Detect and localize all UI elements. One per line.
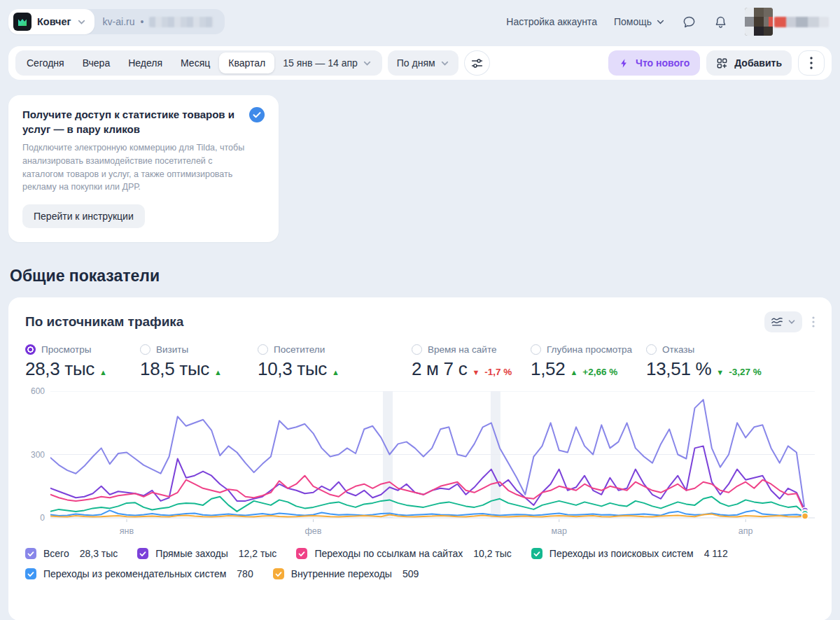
legend-value: 780	[237, 568, 253, 579]
chevron-down-icon	[363, 59, 372, 68]
legend-label: Переходы по ссылкам на сайтах	[314, 548, 463, 559]
user-menu[interactable]	[745, 8, 829, 36]
series-line[interactable]	[50, 446, 805, 510]
series-line[interactable]	[50, 476, 805, 513]
legend-value: 28,3 тыс	[80, 548, 118, 559]
trend-arrow-icon: ▲	[99, 368, 107, 376]
line-waves-icon	[771, 316, 783, 327]
legend-item-recommendation[interactable]: Переходы из рекомендательных систем 780	[25, 568, 253, 579]
checkbox-checked-icon	[531, 548, 542, 559]
metric-value: 2 м 7 с	[412, 358, 467, 380]
radio-icon	[531, 344, 541, 355]
legend-item-site-links[interactable]: Переходы по ссылкам на сайтах 10,2 тыс	[296, 548, 511, 559]
counter-domain: kv-ai.ru	[103, 16, 135, 27]
chevron-down-icon	[440, 59, 449, 68]
checkbox-checked-icon	[25, 568, 36, 579]
x-tick-label: янв	[120, 526, 134, 536]
trend-arrow-icon: ▲	[332, 368, 340, 376]
checkbox-checked-icon	[273, 568, 284, 579]
account-settings-link[interactable]: Настройка аккаунта	[506, 16, 597, 27]
check-circle-icon	[249, 107, 265, 122]
metric-depth[interactable]: Глубина просмотра 1,52 ▲ +2,66 %	[531, 344, 646, 380]
legend-value: 12,2 тыс	[239, 548, 277, 559]
period-quarter[interactable]: Квартал	[219, 52, 274, 73]
metric-label: Глубина просмотра	[547, 344, 632, 355]
top-header: Ковчег kv-ai.ru • Настройка аккаунта Пом…	[0, 0, 840, 42]
metric-time-on-site[interactable]: Время на сайте 2 м 7 с ▼ -1,7 %	[412, 344, 531, 380]
sliders-icon	[470, 57, 484, 70]
period-week[interactable]: Неделя	[119, 52, 172, 73]
trend-arrow-icon: ▼	[716, 368, 724, 376]
y-tick-label: 0	[40, 513, 45, 523]
legend-item-internal[interactable]: Внутренние переходы 509	[273, 568, 419, 579]
page-section-title: Общие показатели	[10, 267, 840, 286]
legend-value: 10,2 тыс	[473, 548, 512, 559]
legend-item-total[interactable]: Всего 28,3 тыс	[25, 548, 118, 559]
chevron-down-icon	[77, 17, 86, 27]
feedback-chat-icon[interactable]	[682, 15, 696, 29]
metric-value: 18,5 тыс	[140, 358, 209, 380]
toolbar-more-menu[interactable]	[798, 50, 825, 76]
ecommerce-promo-card: Получите доступ к статистике товаров и у…	[8, 95, 279, 242]
kebab-menu-icon	[810, 57, 813, 69]
counter-info[interactable]: kv-ai.ru •	[94, 16, 225, 27]
whats-new-label: Что нового	[636, 57, 690, 69]
trend-arrow-icon: ▲	[570, 368, 578, 376]
legend-value: 4 112	[704, 548, 728, 559]
period-month[interactable]: Месяц	[172, 52, 219, 73]
counter-id-redacted	[149, 17, 214, 27]
legend-label: Переходы из рекомендательных систем	[43, 568, 226, 579]
x-tick-label: фев	[305, 526, 322, 536]
metric-label: Посетители	[274, 344, 325, 355]
checkbox-checked-icon	[296, 548, 307, 559]
radio-selected-icon	[25, 344, 36, 355]
help-menu[interactable]: Помощь	[614, 16, 665, 27]
radio-icon	[646, 344, 657, 355]
legend-label: Прямые заходы	[155, 548, 227, 559]
line-chart[interactable]: 0300600 янвфевмарапр	[25, 391, 815, 540]
period-segmented-control: Сегодня Вчера Неделя Месяц Квартал 15 ян…	[15, 50, 382, 76]
widget-more-menu[interactable]	[812, 316, 815, 327]
legend-value: 509	[402, 568, 419, 579]
radio-icon	[258, 344, 268, 355]
traffic-sources-widget: По источникам трафика Просмотры 28,3 тыс…	[8, 297, 832, 620]
app-switcher-button[interactable]: Ковчег	[8, 9, 94, 34]
metric-delta: -3,27 %	[729, 367, 762, 377]
avatar	[745, 8, 773, 36]
promo-instruction-button[interactable]: Перейти к инструкции	[22, 204, 145, 228]
date-range-picker[interactable]: 15 янв — 14 апр	[274, 57, 380, 69]
whats-new-button[interactable]: Что нового	[608, 50, 700, 76]
counter-switcher: Ковчег kv-ai.ru •	[8, 9, 225, 34]
y-tick-label: 600	[31, 386, 45, 396]
checkbox-checked-icon	[137, 548, 148, 559]
app-logo-icon	[13, 13, 31, 31]
add-widget-button[interactable]: Добавить	[706, 50, 792, 76]
metric-label: Отказы	[662, 344, 694, 355]
series-line[interactable]	[50, 510, 805, 516]
metric-tabs: Просмотры 28,3 тыс ▲ Визиты 18,5 тыс ▲ П…	[25, 344, 815, 380]
metric-views[interactable]: Просмотры 28,3 тыс ▲	[25, 344, 140, 380]
metric-visits[interactable]: Визиты 18,5 тыс ▲	[140, 344, 258, 380]
x-tick-label: апр	[738, 526, 753, 536]
metric-delta: -1,7 %	[484, 367, 512, 377]
trend-arrow-icon: ▲	[214, 368, 222, 376]
period-today[interactable]: Сегодня	[18, 52, 74, 73]
series-endpoint-dot	[802, 513, 808, 519]
metric-value: 10,3 тыс	[258, 358, 327, 380]
chart-type-select[interactable]	[764, 311, 802, 332]
legend-item-search[interactable]: Переходы из поисковых систем 4 112	[531, 548, 728, 559]
metric-visitors[interactable]: Посетители 10,3 тыс ▲	[258, 344, 412, 380]
counter-separator: •	[141, 16, 144, 27]
chart-canvas[interactable]: янвфевмарапр	[50, 391, 815, 540]
segments-filter-button[interactable]	[464, 50, 490, 76]
chevron-down-icon	[656, 17, 665, 27]
trend-arrow-icon: ▼	[472, 368, 479, 376]
granularity-select[interactable]: По дням	[388, 50, 458, 76]
promo-title: Получите доступ к статистике товаров и у…	[22, 107, 242, 136]
notifications-bell-icon[interactable]	[713, 15, 728, 29]
legend-item-direct[interactable]: Прямые заходы 12,2 тыс	[137, 548, 276, 559]
metric-delta: +2,66 %	[582, 367, 617, 377]
metric-bounces[interactable]: Отказы 13,51 % ▼ -3,27 %	[646, 344, 762, 380]
radio-icon	[140, 344, 150, 355]
period-yesterday[interactable]: Вчера	[74, 52, 120, 73]
